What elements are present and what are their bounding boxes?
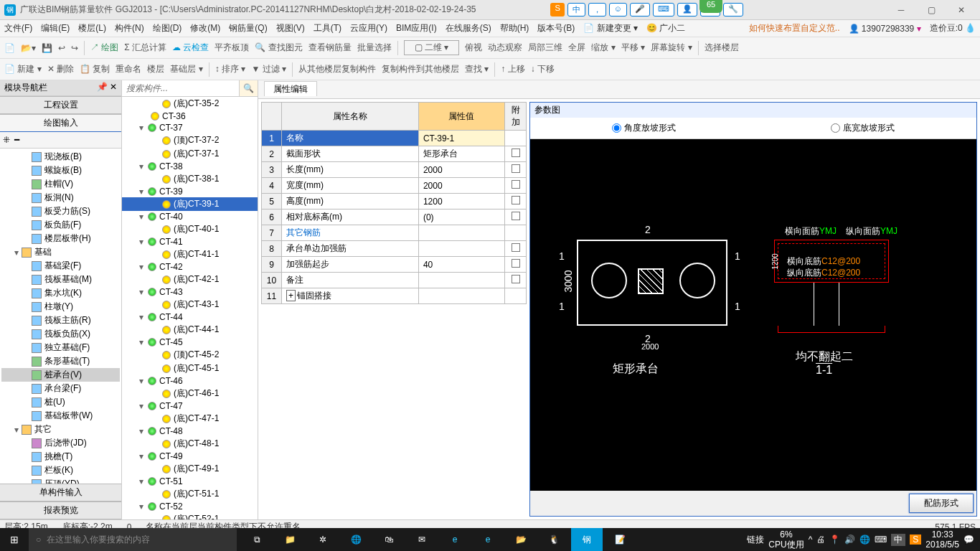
property-row[interactable]: 11+锚固搭接 [262, 288, 527, 304]
nav-item[interactable]: 独立基础(F) [1, 341, 120, 354]
start-button[interactable]: ⊞ [0, 534, 29, 545]
menu-view[interactable]: 视图(V) [276, 22, 305, 34]
nav-item[interactable]: 基础梁(F) [1, 259, 120, 273]
menu-tools[interactable]: 工具(T) [314, 22, 341, 34]
nav-item[interactable]: 桩(U) [1, 395, 120, 409]
reinf-form-button[interactable]: 配筋形式 [909, 494, 974, 513]
sum-button[interactable]: Σ 汇总计算 [124, 42, 166, 54]
menu-version[interactable]: 版本号(B) [537, 22, 575, 34]
minimize-button[interactable]: ─ [887, 1, 915, 19]
new-file-icon[interactable]: 📄 [4, 43, 15, 53]
tray-up-icon[interactable]: ^ [809, 534, 813, 545]
new-change-button[interactable]: 📄 新建变更 ▾ [583, 22, 638, 34]
tray-notify-icon[interactable]: 💬 [963, 534, 974, 545]
search-input[interactable] [122, 80, 239, 96]
mail-icon[interactable]: ✉ [406, 528, 438, 551]
menu-modify[interactable]: 修改(M) [190, 22, 220, 34]
fan-icon[interactable]: ✲ [307, 528, 339, 551]
nav-item[interactable]: 现浇板(B) [1, 150, 120, 164]
menu-edit[interactable]: 编辑(E) [41, 22, 70, 34]
tray-net-icon[interactable]: 🌐 [859, 534, 870, 545]
property-row[interactable]: 7其它钢筋 [262, 225, 527, 241]
tray-ime-cn[interactable]: 中 [891, 534, 905, 546]
gxeb-button[interactable]: 😊 广小二 [646, 22, 685, 34]
rotate-button[interactable]: 屏幕旋转 ▾ [651, 42, 692, 54]
nav-item[interactable]: 板负筋(F) [1, 218, 120, 232]
nav-pin-icon[interactable]: 📌 ✕ [97, 82, 117, 94]
component-item[interactable]: (底)CT-43-1 [122, 298, 258, 311]
nav-item[interactable]: 柱墩(Y) [1, 300, 120, 314]
property-tab[interactable]: 属性编辑 [264, 81, 317, 96]
nav-section-report[interactable]: 报表预览 [0, 501, 121, 519]
local-3d-button[interactable]: 局部三维 [528, 42, 562, 54]
nav-item[interactable]: 条形基础(T) [1, 354, 120, 368]
nav-item[interactable]: 螺旋板(B) [1, 164, 120, 177]
property-row[interactable]: 4宽度(mm)2000 [262, 178, 527, 194]
flat-top-button[interactable]: 平齐板顶 [215, 42, 249, 54]
zoom-button[interactable]: 缩放 ▾ [591, 42, 615, 54]
component-item[interactable]: ▾CT-38 [122, 161, 258, 172]
property-row[interactable]: 1名称CT-39-1 [262, 131, 527, 146]
sort-button[interactable]: ↕ 排序 ▾ [215, 63, 246, 75]
radio-angle[interactable]: 角度放坡形式 [612, 122, 676, 134]
fullscreen-button[interactable]: 全屏 [568, 42, 585, 54]
app-taskicon[interactable]: 钢 [571, 528, 603, 551]
nav-tree[interactable]: 现浇板(B)螺旋板(B)柱帽(V)板洞(N)板受力筋(S)板负筋(F)楼层板带(… [0, 149, 121, 484]
nav-section-single[interactable]: 单构件输入 [0, 484, 121, 501]
component-item[interactable]: (底)CT-52-1 [122, 512, 258, 519]
menu-component[interactable]: 构件(N) [115, 22, 144, 34]
component-item[interactable]: (底)CT-38-1 [122, 172, 258, 186]
nav-item[interactable]: 板洞(N) [1, 191, 120, 204]
component-item[interactable]: (底)CT-42-1 [122, 273, 258, 286]
close-button[interactable]: ✕ [947, 1, 976, 19]
component-item[interactable]: ▾CT-43 [122, 286, 258, 298]
filter-button[interactable]: ▼ 过滤 ▾ [251, 63, 286, 75]
maximize-button[interactable]: ▢ [917, 1, 946, 19]
nav-item[interactable]: 集水坑(K) [1, 286, 120, 300]
new-button[interactable]: 📄 新建 ▾ [4, 63, 42, 75]
tb-link[interactable]: 链接 [747, 534, 764, 546]
property-row[interactable]: 9加强筋起步40 [262, 257, 527, 273]
cloud-check-button[interactable]: ☁ 云检查 [172, 42, 209, 54]
property-row[interactable]: 5高度(mm)1200 [262, 194, 527, 209]
nav-item[interactable]: 筏板负筋(X) [1, 327, 120, 341]
draw-button[interactable]: ↗ 绘图 [90, 42, 118, 54]
delete-button[interactable]: ✕ 删除 [47, 63, 74, 75]
component-tree[interactable]: (底)CT-35-2CT-36▾CT-37(顶)CT-37-2(底)CT-37-… [122, 97, 258, 519]
copy-button[interactable]: 📋 复制 [80, 63, 110, 75]
component-item[interactable]: ▾CT-44 [122, 311, 258, 323]
component-item[interactable]: (底)CT-40-1 [122, 222, 258, 236]
view-2d-dropdown[interactable]: ▢ 二维 ▾ [404, 40, 460, 55]
browser1-icon[interactable]: 🌐 [340, 528, 372, 551]
component-item[interactable]: (顶)CT-37-2 [122, 133, 258, 147]
save-icon[interactable]: 💾 [42, 43, 52, 53]
ie-icon[interactable]: e [472, 528, 504, 551]
qq-badge[interactable]: 65 [699, 0, 722, 13]
copy-from-floor-button[interactable]: 从其他楼层复制构件 [298, 63, 376, 75]
tray-ime-s[interactable]: S [910, 534, 921, 545]
notepad-icon[interactable]: 📝 [604, 528, 636, 551]
component-item[interactable]: ▾CT-45 [122, 336, 258, 348]
floor-dropdown[interactable]: 基础层 ▾ [170, 63, 202, 75]
component-item[interactable]: ▾CT-47 [122, 400, 258, 412]
component-item[interactable]: (底)CT-49-1 [122, 462, 258, 476]
component-item[interactable]: (底)CT-35-2 [122, 97, 258, 110]
store-icon[interactable]: 🛍 [373, 528, 405, 551]
property-row[interactable]: 6相对底标高(m)(0) [262, 209, 527, 225]
nav-item[interactable]: 栏板(K) [1, 463, 120, 477]
property-table[interactable]: 属性名称 属性值 附加 1名称CT-39-12截面形状矩形承台3长度(mm)20… [261, 102, 527, 304]
tray-locate-icon[interactable]: 📍 [829, 534, 840, 545]
nav-item[interactable]: 柱帽(V) [1, 177, 120, 191]
qq-icon[interactable]: 🐧 [538, 528, 570, 551]
component-item[interactable]: (底)CT-41-1 [122, 248, 258, 261]
menu-draw[interactable]: 绘图(D) [153, 22, 182, 34]
explorer-icon[interactable]: 📁 [274, 528, 306, 551]
menu-rebar[interactable]: 钢筋量(Q) [229, 22, 267, 34]
property-row[interactable]: 2截面形状矩形承台 [262, 146, 527, 162]
user-badge[interactable]: 👤 13907298339 ▾ [849, 24, 921, 34]
tray-clock[interactable]: 10:332018/5/5 [925, 529, 959, 550]
tutorial-link[interactable]: 如何快速布置自定义范.. [749, 22, 840, 34]
component-item[interactable]: CT-36 [122, 110, 258, 122]
search-icon[interactable]: 🔍 [239, 80, 258, 96]
select-floor-button[interactable]: 选择楼层 [705, 42, 739, 54]
